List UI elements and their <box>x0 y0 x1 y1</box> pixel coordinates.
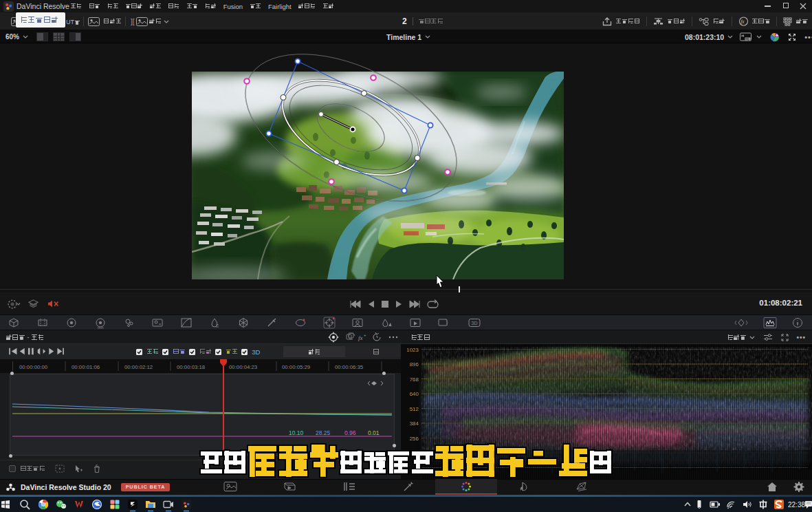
svg-text:22:38: 22:38 <box>788 501 805 509</box>
svg-text:0.01: 0.01 <box>368 429 380 436</box>
svg-text:+: + <box>364 333 366 337</box>
svg-text:3D: 3D <box>472 321 478 326</box>
svg-text:768: 768 <box>410 376 419 383</box>
svg-text:896: 896 <box>410 361 419 367</box>
svg-text:HQ: HQ <box>745 38 749 41</box>
svg-text:384: 384 <box>410 420 419 427</box>
svg-text:512: 512 <box>410 406 419 412</box>
svg-text:256: 256 <box>410 436 419 442</box>
svg-text:fx: fx <box>358 334 363 341</box>
svg-text:10.10: 10.10 <box>289 429 304 436</box>
svg-text:HDR: HDR <box>98 326 104 330</box>
svg-text:640: 640 <box>410 391 419 397</box>
svg-text:0.96: 0.96 <box>344 429 356 436</box>
svg-text:28.25: 28.25 <box>316 429 331 436</box>
svg-text:1023: 1023 <box>406 347 419 353</box>
svg-text:fx: fx <box>740 19 745 25</box>
